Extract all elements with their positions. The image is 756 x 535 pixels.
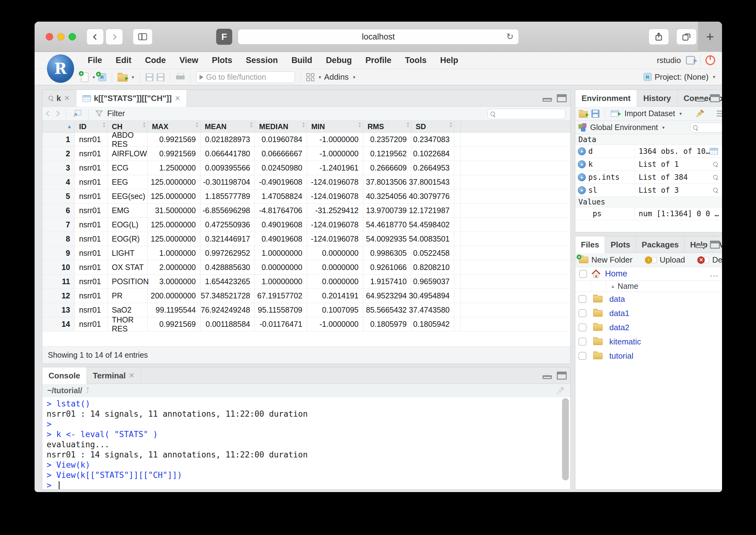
- minimize-pane-icon[interactable]: [543, 98, 552, 101]
- folder-checkbox[interactable]: [579, 352, 586, 360]
- maximize-pane-icon[interactable]: [710, 240, 720, 249]
- expand-icon[interactable]: ▶: [578, 186, 586, 194]
- environment-object-ps[interactable]: psnum [1:1364] 0 0 …: [575, 207, 722, 220]
- maximize-pane-icon[interactable]: [557, 94, 567, 102]
- table-row[interactable]: 5nsrr01EEG(sec)125.00000001.1855777891.4…: [42, 189, 570, 204]
- menu-view[interactable]: View: [173, 56, 205, 65]
- environment-object-ps.ints[interactable]: ▶ps.intsList of 384: [575, 171, 722, 184]
- table-row[interactable]: 4nsrr01EEG125.0000000-0.301198704-0.4901…: [42, 175, 570, 189]
- table-row[interactable]: 2nsrr01AIRFLOW0.99215690.0664417800.0666…: [42, 147, 570, 161]
- expand-icon[interactable]: ▶: [578, 160, 586, 168]
- menu-profile[interactable]: Profile: [359, 56, 398, 65]
- clear-environment-icon[interactable]: [695, 109, 704, 118]
- browser-forward-button[interactable]: [106, 29, 123, 45]
- nav-back-icon[interactable]: [46, 111, 51, 116]
- inspect-icon[interactable]: [713, 188, 718, 193]
- column-header-min[interactable]: MIN▲▼: [307, 121, 363, 132]
- table-row[interactable]: 3nsrr01ECG1.25000000.0093955660.02450980…: [42, 161, 570, 175]
- goto-file-search[interactable]: [196, 71, 295, 83]
- quit-session-icon[interactable]: [705, 55, 715, 65]
- table-row[interactable]: 7nsrr01EOG(L)125.00000000.4725509360.490…: [42, 218, 570, 232]
- tab-packages[interactable]: Packages: [636, 236, 685, 253]
- column-header-id[interactable]: ID▲▼: [75, 121, 107, 132]
- zoom-window-button[interactable]: [68, 33, 76, 41]
- nav-forward-icon[interactable]: [54, 111, 60, 116]
- table-row[interactable]: 1nsrr01ABDO RES0.99215690.0218289730.019…: [42, 132, 570, 147]
- folder-checkbox[interactable]: [579, 324, 586, 331]
- project-selector[interactable]: Project: (None): [655, 72, 709, 82]
- close-window-button[interactable]: [46, 33, 53, 41]
- files-delete-button[interactable]: ✕Delete: [697, 255, 722, 265]
- environment-search-box[interactable]: [690, 123, 722, 132]
- maximize-pane-icon[interactable]: [557, 372, 567, 380]
- new-project-button[interactable]: +R: [98, 73, 106, 81]
- chevron-down-icon[interactable]: ▾: [679, 111, 682, 116]
- save-button[interactable]: [146, 73, 153, 81]
- tab-k[interactable]: k ✕: [42, 90, 76, 106]
- open-in-window-icon[interactable]: [73, 110, 82, 117]
- column-header-max[interactable]: MAX▲▼: [148, 121, 201, 132]
- maximize-pane-icon[interactable]: [710, 94, 720, 102]
- more-button[interactable]: ...: [710, 269, 719, 279]
- folder-checkbox[interactable]: [579, 295, 586, 303]
- goto-directory-icon[interactable]: ⤴: [85, 386, 89, 395]
- environment-object-sl[interactable]: ▶slList of 3: [575, 184, 722, 197]
- tab-stats-ch[interactable]: k[["STATS"]][["CH"]] ✕: [76, 90, 187, 107]
- clear-console-icon[interactable]: [555, 386, 565, 395]
- minimize-window-button[interactable]: [57, 33, 65, 41]
- pane-layout-button[interactable]: [306, 73, 314, 81]
- import-dataset-button[interactable]: Import Dataset: [624, 109, 675, 118]
- folder-link[interactable]: kitematic: [609, 337, 641, 347]
- console-output[interactable]: > lstat()nsrr01 : 14 signals, 11 annotat…: [42, 397, 570, 489]
- filter-icon[interactable]: [95, 110, 103, 117]
- environment-object-k[interactable]: ▶kList of 1: [575, 158, 722, 171]
- save-workspace-button[interactable]: [591, 110, 599, 118]
- expand-icon[interactable]: ▶: [578, 147, 586, 155]
- console-scrollbar[interactable]: [562, 398, 569, 480]
- chevron-down-icon[interactable]: ▾: [713, 74, 715, 80]
- table-row[interactable]: 14nsrr01THOR RES0.99215690.001188584-0.0…: [42, 317, 570, 331]
- close-icon[interactable]: ✕: [175, 95, 180, 102]
- folder-link[interactable]: data2: [609, 323, 629, 332]
- print-button[interactable]: [176, 73, 185, 81]
- share-button[interactable]: [649, 29, 669, 45]
- list-view-icon[interactable]: [717, 111, 722, 116]
- column-header-sd[interactable]: SD▲▼: [411, 121, 454, 132]
- menu-session[interactable]: Session: [239, 56, 285, 65]
- chevron-down-icon[interactable]: ▾: [132, 74, 134, 80]
- minimize-pane-icon[interactable]: [543, 375, 552, 379]
- tab-plots[interactable]: Plots: [605, 236, 636, 253]
- chevron-down-icon[interactable]: ▾: [662, 125, 665, 130]
- table-row[interactable]: 6nsrr01EMG31.5000000-6.855696298-4.81764…: [42, 204, 570, 218]
- minimize-pane-icon[interactable]: [696, 244, 705, 248]
- table-row[interactable]: 11nsrr01POSITION3.00000001.6544232651.00…: [42, 275, 570, 289]
- viewer-search-box[interactable]: [488, 109, 565, 119]
- column-header-rms[interactable]: RMS▲▼: [363, 121, 411, 132]
- folder-checkbox[interactable]: [579, 338, 586, 346]
- row-number-header[interactable]: ▲: [42, 121, 75, 132]
- folder-link[interactable]: data1: [609, 309, 629, 318]
- close-icon[interactable]: ✕: [64, 94, 69, 102]
- tab-console[interactable]: Console: [42, 367, 87, 384]
- inspect-icon[interactable]: [713, 162, 718, 167]
- table-row[interactable]: 9nsrr01LIGHT1.00000000.9972629521.000000…: [42, 246, 570, 260]
- minimize-pane-icon[interactable]: [696, 98, 705, 101]
- viewer-search-input[interactable]: [495, 110, 557, 118]
- name-column-header[interactable]: ▲ Name: [606, 282, 638, 291]
- chevron-down-icon[interactable]: ▾: [353, 74, 356, 80]
- folder-link[interactable]: tutorial: [609, 351, 634, 361]
- menu-help[interactable]: Help: [433, 56, 465, 65]
- chevron-down-icon[interactable]: ▾: [319, 74, 321, 80]
- menu-plots[interactable]: Plots: [205, 56, 239, 65]
- address-bar[interactable]: localhost ↻: [238, 29, 519, 44]
- select-all-checkbox[interactable]: [579, 270, 587, 278]
- menu-build[interactable]: Build: [285, 56, 319, 65]
- filter-button[interactable]: Filter: [107, 109, 125, 118]
- goto-file-input[interactable]: [206, 72, 283, 82]
- load-workspace-button[interactable]: [579, 111, 588, 118]
- menu-tools[interactable]: Tools: [398, 56, 433, 65]
- folder-link[interactable]: data: [609, 295, 625, 304]
- table-row[interactable]: 12nsrr01PR200.000000057.34852172867.1915…: [42, 289, 570, 303]
- tab-environment[interactable]: Environment: [575, 90, 637, 107]
- column-header-mean[interactable]: MEAN▲▼: [201, 121, 255, 132]
